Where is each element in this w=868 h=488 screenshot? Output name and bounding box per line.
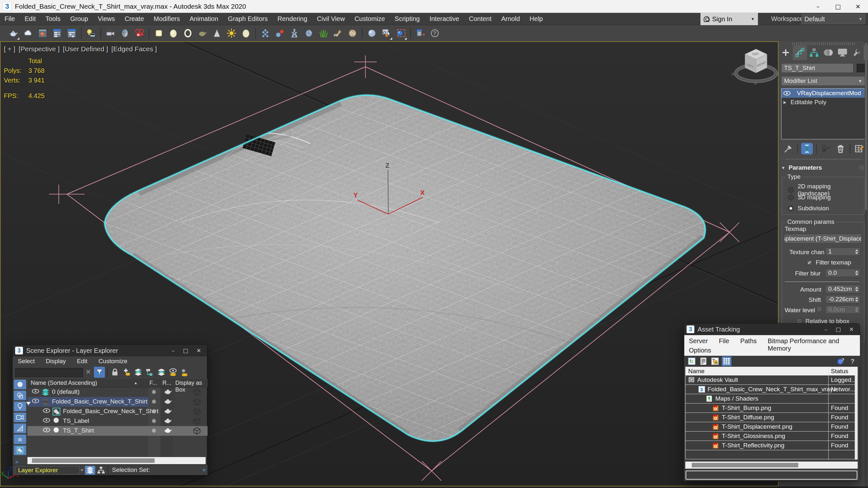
asset-tracking-titlebar[interactable]: 3 Asset Tracking – □ ✕ [684, 324, 860, 335]
pick-object-icon[interactable] [381, 28, 392, 38]
menu-bitmap-performance[interactable]: Bitmap Performance and Memory [768, 337, 860, 352]
viewport-menu-shading[interactable]: [User Defined ] [63, 45, 108, 53]
maximize-icon[interactable]: □ [828, 0, 848, 13]
list-view-icon[interactable] [699, 356, 708, 366]
display-as-box-icon[interactable] [193, 427, 200, 436]
tab-motion[interactable] [821, 45, 835, 60]
hierarchy-mode-button[interactable] [96, 466, 106, 475]
texture-channel-spinner[interactable]: 1 [826, 248, 860, 256]
sun-light-icon[interactable] [226, 28, 237, 38]
menu-civil-view[interactable]: Civil View [317, 15, 345, 23]
menu-views[interactable]: Views [98, 15, 115, 23]
show-end-result-icon[interactable] [801, 143, 813, 155]
display-as-box-icon[interactable] [193, 389, 200, 397]
filter-button[interactable] [94, 367, 105, 378]
panel-drag-handle[interactable] [792, 42, 856, 45]
scrollbar-thumb[interactable] [32, 458, 155, 463]
menu-paths[interactable]: Paths [740, 337, 756, 352]
menu-options[interactable]: Options [689, 347, 711, 354]
collapse-arrow-icon[interactable] [26, 400, 31, 407]
renderable-teapot-icon[interactable] [164, 389, 172, 396]
vray-sphere-icon[interactable] [367, 28, 377, 38]
create-layer-icon[interactable] [121, 367, 132, 378]
water-level-checkbox[interactable] [816, 306, 822, 312]
menu-file[interactable]: File [4, 15, 15, 23]
filter-blur-spinner[interactable]: 0.0 [826, 269, 860, 277]
ies-light-icon[interactable] [241, 28, 251, 38]
molecule-icon[interactable] [275, 28, 285, 38]
asset-row-maps-shaders[interactable]: Maps / Shaders [686, 394, 857, 403]
asset-row-bump[interactable]: T-Shirt_Bump.png Found [686, 403, 857, 413]
sphere-light-icon[interactable] [168, 28, 179, 38]
maximize-icon[interactable]: □ [183, 347, 188, 354]
viewport-menu-style[interactable]: [Edged Faces ] [112, 45, 157, 53]
camera-lister-icon[interactable] [105, 28, 116, 38]
menu-file[interactable]: File [719, 337, 729, 352]
renderable-teapot-icon[interactable] [164, 418, 172, 425]
layer-mode-button[interactable] [85, 466, 95, 475]
menu-help[interactable]: Help [530, 15, 543, 23]
renderable-teapot-icon[interactable] [164, 428, 172, 435]
rock-icon[interactable] [304, 28, 314, 38]
modifier-stack-row-vraydisplacementmod[interactable]: VRayDisplacementMod [781, 89, 865, 98]
display-as-box-icon[interactable] [193, 418, 200, 426]
texmap-button[interactable]: isplacement (T-Shirt_Displacer [784, 234, 862, 243]
explorer-mode-dropdown[interactable]: Layer Explorer [15, 466, 80, 474]
hide-layers-icon[interactable] [167, 367, 179, 378]
sort-ascending-icon[interactable]: ▲ [134, 381, 137, 385]
grass-icon[interactable] [318, 28, 329, 38]
frozen-snowflake-icon[interactable]: ❄ [151, 427, 157, 434]
menu-interactive[interactable]: Interactive [429, 15, 459, 23]
asset-row-vault[interactable]: Autodesk Vault Logged... [686, 376, 857, 385]
amount-spinner[interactable]: 0.452cm [826, 285, 860, 293]
object-name-field[interactable]: TS_T_Shirt [781, 63, 854, 73]
radio-3d-mapping[interactable]: 3D mapping [788, 194, 831, 201]
stereo-camera-icon[interactable] [134, 28, 145, 38]
object-row-ts-label[interactable]: TS_Label ❄ [27, 416, 208, 426]
tab-hierarchy[interactable] [807, 45, 821, 60]
particles-icon[interactable] [260, 28, 271, 38]
layer-row-folded-tshirt[interactable]: Folded_Basic_Crew_Neck_T_Shirt ❄ [27, 397, 208, 407]
plane-light-icon[interactable] [154, 28, 164, 38]
tab-modify[interactable] [793, 45, 807, 60]
mxs-listener-icon[interactable] [415, 28, 426, 38]
menu-create[interactable]: Create [125, 15, 144, 23]
frozen-snowflake-icon[interactable]: ❄ [151, 388, 157, 395]
render-setup-icon[interactable] [52, 28, 62, 38]
nest-layer-icon[interactable] [144, 367, 155, 378]
search-input[interactable] [15, 368, 83, 377]
help-icon[interactable]: ? [430, 28, 440, 38]
object-color-swatch[interactable] [857, 64, 865, 72]
minimize-icon[interactable]: – [825, 326, 827, 332]
asset-row-displacement[interactable]: T-Shirt_Displacement.png Found [686, 422, 857, 431]
lock-layers-icon[interactable] [110, 367, 120, 378]
column-name[interactable]: Name [688, 368, 705, 375]
panel-scrollbar[interactable] [865, 41, 867, 486]
minimize-icon[interactable]: – [808, 0, 828, 13]
menu-select[interactable]: Select [18, 358, 35, 365]
configure-modifier-sets-icon[interactable] [854, 143, 865, 155]
table-view-icon[interactable] [722, 356, 732, 366]
cone-light-icon[interactable] [212, 28, 222, 38]
menu-customize[interactable]: Customize [354, 15, 385, 23]
workspace-select[interactable]: Default ▼ [802, 14, 865, 24]
close-icon[interactable]: ✕ [848, 0, 868, 13]
filter-helpers-icon[interactable] [14, 423, 26, 433]
layer-row-default[interactable]: 0 (default) ❄ [27, 387, 208, 397]
fur-ox-icon[interactable]: Ox [347, 28, 358, 38]
freeze-layers-icon[interactable]: ❄ [179, 367, 190, 378]
filter-lights-icon[interactable] [14, 401, 26, 411]
rail-overflow-chevrons[interactable]: » [15, 458, 19, 465]
transmitter-icon[interactable] [289, 28, 300, 38]
menu-graph-editors[interactable]: Graph Editors [228, 15, 268, 23]
tab-create[interactable] [779, 45, 793, 60]
viewcube[interactable]: W S E N TOP LEFT FRONT [732, 49, 778, 86]
tab-utilities[interactable] [849, 45, 864, 60]
menu-display[interactable]: Display [46, 358, 66, 365]
menu-rendering[interactable]: Rendering [278, 15, 307, 23]
column-name[interactable]: Name (Sorted Ascending) [31, 380, 97, 386]
close-icon[interactable]: ✕ [849, 326, 854, 332]
column-render[interactable]: R... [162, 380, 172, 386]
menu-content[interactable]: Content [469, 15, 492, 23]
dome-light-icon[interactable] [120, 28, 130, 38]
